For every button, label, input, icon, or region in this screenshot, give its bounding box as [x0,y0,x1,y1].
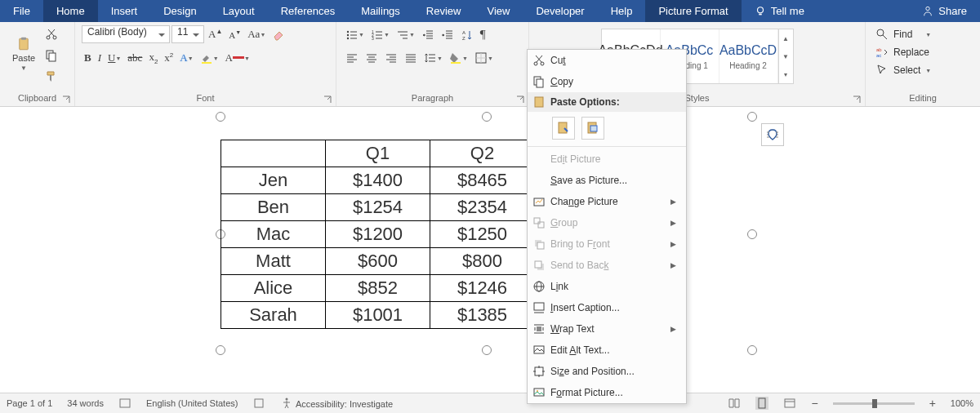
tab-picture-format[interactable]: Picture Format [645,0,741,22]
tab-mailings[interactable]: Mailings [348,0,413,22]
macro-icon[interactable] [252,397,265,410]
zoom-slider[interactable] [833,402,915,405]
dialog-launcher-icon[interactable] [515,95,525,104]
increase-indent-button[interactable] [439,26,457,44]
ctx-copy[interactable]: Copy [528,71,686,92]
zoom-thumb[interactable] [872,399,877,408]
superscript-button[interactable]: x2 [162,49,176,67]
selection-handle[interactable] [216,345,225,355]
selection-handle[interactable] [747,112,757,122]
web-layout-icon[interactable] [783,397,796,410]
ctx-change-picture[interactable]: Change Picture▶ [528,191,686,212]
page[interactable]: Q1 Q2 Q3 Q4 Jen$1400$84659722 Ben$1254$2… [147,107,833,384]
layout-options-button[interactable] [761,123,784,146]
change-case-button[interactable]: Aa▼ [245,25,268,43]
bold-button[interactable]: B [82,49,94,67]
align-left-button[interactable] [343,49,361,67]
zoom-level[interactable]: 100% [951,398,973,408]
tab-design[interactable]: Design [150,0,209,22]
shrink-font-button[interactable]: A▼ [226,27,243,42]
ctx-size-position[interactable]: Size and Position... [528,361,686,382]
replace-button[interactable]: abacReplace [874,43,933,61]
italic-button[interactable]: I [96,49,104,67]
dialog-launcher-icon[interactable] [852,95,862,104]
paste-keep-source-button[interactable] [552,117,575,140]
show-marks-button[interactable]: ¶ [478,25,488,44]
status-accessibility[interactable]: Accessibility: Investigate [280,397,393,410]
tell-me[interactable]: Tell me [742,0,817,22]
paste-picture-button[interactable] [581,117,604,140]
font-size-dropdown[interactable]: 11 [172,25,204,43]
align-center-button[interactable] [363,49,381,67]
svg-rect-3 [21,37,26,39]
line-spacing-button[interactable]: ▼ [421,49,445,67]
shading-button[interactable]: ▼ [447,49,470,67]
scissors-icon [45,28,58,41]
text-effects-button[interactable]: A▼ [177,49,195,67]
tab-references[interactable]: References [268,0,348,22]
read-mode-icon[interactable] [728,397,741,410]
share-button[interactable]: Share [909,0,980,22]
ctx-wrap-text[interactable]: Wrap Text▶ [528,318,686,340]
select-button[interactable]: Select▼ [874,61,933,79]
bullets-button[interactable]: ▼ [343,26,367,44]
subscript-button[interactable]: x2 [146,48,160,68]
font-name-dropdown[interactable]: Calibri (Body) [82,25,170,43]
cut-button[interactable] [42,25,60,43]
ctx-link[interactable]: Link [528,276,686,297]
ctx-cut[interactable]: Cut [528,50,686,71]
highlight-button[interactable]: ▼ [198,49,221,67]
multilevel-list-button[interactable]: ▼ [394,26,417,44]
tab-help[interactable]: Help [598,0,646,22]
selection-handle[interactable] [747,345,757,355]
zoom-out-button[interactable]: − [811,397,817,410]
spellcheck-icon[interactable] [118,397,131,410]
selection-handle[interactable] [482,345,492,355]
status-words[interactable]: 34 words [67,398,104,408]
style-heading2[interactable]: AaBbCcDHeading 2 [719,29,778,83]
zoom-in-button[interactable]: + [929,397,936,410]
dialog-launcher-icon[interactable] [323,95,332,104]
find-button[interactable]: Find▼ [874,25,933,43]
sort-button[interactable]: AZ [458,26,476,44]
ctx-format-picture[interactable]: Format Picture... [528,382,686,403]
tab-home[interactable]: Home [43,0,98,22]
print-layout-icon[interactable] [755,397,768,410]
format-painter-button[interactable] [42,68,60,86]
styles-more[interactable]: ▲▼▾ [778,29,793,83]
ctx-save-as-picture[interactable]: Save as Picture... [528,170,686,191]
clear-formatting-button[interactable] [270,25,287,43]
selection-handle[interactable] [482,112,492,122]
grow-font-button[interactable]: A▲ [206,25,225,43]
align-right-button[interactable] [382,49,400,67]
document-area: Q1 Q2 Q3 Q4 Jen$1400$84659722 Ben$1254$2… [0,107,980,393]
borders-button[interactable]: ▼ [472,49,496,67]
numbering-button[interactable]: 123▼ [368,26,392,44]
svg-point-4 [47,36,50,39]
status-page[interactable]: Page 1 of 1 [7,398,52,408]
tab-developer[interactable]: Developer [523,0,597,22]
justify-button[interactable] [402,49,420,67]
paste-button[interactable]: Paste ▼ [7,25,41,82]
tab-layout[interactable]: Layout [210,0,268,22]
clipboard-brush-icon [556,121,571,135]
copy-button[interactable] [42,47,60,64]
status-language[interactable]: English (United States) [146,398,238,408]
selection-handle[interactable] [216,112,225,122]
context-menu: Cut Copy Paste Options: Edit Picture Sav… [527,49,687,404]
tab-review[interactable]: Review [413,0,474,22]
svg-rect-40 [537,326,541,331]
ctx-edit-alt-text[interactable]: Edit Alt Text... [528,340,686,361]
font-color-button[interactable]: A▼ [223,49,252,67]
table-cell: $1254 [326,194,430,221]
tab-view[interactable]: View [474,0,523,22]
underline-button[interactable]: U▼ [105,49,123,67]
clipboard-icon [532,95,546,109]
strikethrough-button[interactable]: abc [125,49,145,67]
ctx-insert-caption[interactable]: Insert Caption... [528,297,686,318]
dialog-launcher-icon[interactable] [61,95,71,104]
decrease-indent-button[interactable] [419,26,437,44]
tab-file[interactable]: File [0,0,43,22]
tab-insert[interactable]: Insert [98,0,151,22]
selection-handle[interactable] [747,229,757,239]
